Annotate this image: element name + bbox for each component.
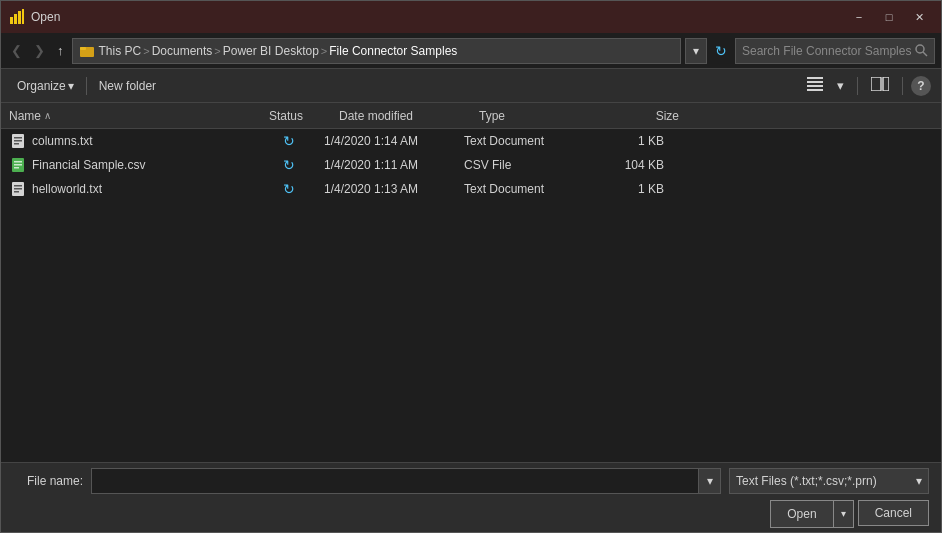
title-bar-left: Open — [9, 9, 60, 25]
table-row[interactable]: helloworld.txt ↻ 1/4/2020 1:13 AM Text D… — [1, 177, 941, 201]
file-status-cell: ↻ — [254, 157, 324, 173]
file-name: Financial Sample.csv — [32, 158, 145, 172]
maximize-button[interactable]: □ — [875, 5, 903, 29]
svg-rect-8 — [807, 77, 823, 79]
svg-rect-16 — [14, 140, 22, 142]
view-dropdown-button[interactable]: ▾ — [832, 75, 849, 96]
refresh-button[interactable]: ↻ — [711, 41, 731, 61]
search-input[interactable] — [742, 44, 911, 58]
file-type-cell: Text Document — [464, 182, 594, 196]
svg-rect-2 — [18, 11, 21, 24]
column-type[interactable]: Type — [479, 109, 609, 123]
minimize-button[interactable]: − — [845, 5, 873, 29]
open-dialog: Open − □ ✕ ❮ ❯ ↑ This PC > Documents > P… — [0, 0, 942, 533]
cancel-button[interactable]: Cancel — [858, 500, 929, 526]
search-bar — [735, 38, 935, 64]
table-row[interactable]: columns.txt ↻ 1/4/2020 1:14 AM Text Docu… — [1, 129, 941, 153]
file-area: Name ∧ Status Date modified Type Size — [1, 103, 941, 462]
file-status-cell: ↻ — [254, 181, 324, 197]
svg-rect-11 — [807, 89, 823, 91]
column-size[interactable]: Size — [609, 109, 679, 123]
file-name: helloworld.txt — [32, 182, 102, 196]
svg-rect-12 — [871, 77, 881, 91]
preview-icon — [871, 77, 889, 91]
file-date-cell: 1/4/2020 1:14 AM — [324, 134, 464, 148]
file-icon — [10, 133, 26, 149]
column-name[interactable]: Name ∧ — [9, 109, 269, 123]
table-row[interactable]: Financial Sample.csv ↻ 1/4/2020 1:11 AM … — [1, 153, 941, 177]
title-bar: Open − □ ✕ — [1, 1, 941, 33]
file-status-cell: ↻ — [254, 133, 324, 149]
filename-input[interactable] — [92, 474, 698, 488]
file-date-cell: 1/4/2020 1:13 AM — [324, 182, 464, 196]
filetype-select[interactable]: Text Files (*.txt;*.csv;*.prn) ▾ — [729, 468, 929, 494]
sync-icon: ↻ — [283, 157, 295, 173]
txt-icon — [10, 133, 26, 149]
svg-rect-23 — [14, 185, 22, 187]
column-status[interactable]: Status — [269, 109, 339, 123]
sync-icon: ↻ — [283, 133, 295, 149]
file-type-cell: Text Document — [464, 134, 594, 148]
filename-label: File name: — [13, 474, 83, 488]
svg-rect-10 — [807, 85, 823, 87]
open-button[interactable]: Open — [771, 501, 832, 527]
file-name-cell: Financial Sample.csv — [10, 157, 254, 173]
file-date-cell: 1/4/2020 1:11 AM — [324, 158, 464, 172]
file-icon — [10, 157, 26, 173]
csv-icon — [10, 157, 26, 173]
svg-rect-24 — [14, 188, 22, 190]
forward-button[interactable]: ❯ — [30, 41, 49, 60]
up-button[interactable]: ↑ — [53, 41, 68, 60]
file-name-cell: columns.txt — [10, 133, 254, 149]
txt-icon — [10, 181, 26, 197]
address-dropdown-button[interactable]: ▾ — [685, 38, 707, 64]
filename-dropdown-button[interactable]: ▾ — [698, 469, 720, 493]
filename-row: File name: ▾ Text Files (*.txt;*.csv;*.p… — [13, 468, 929, 494]
svg-rect-0 — [10, 17, 13, 24]
filename-input-wrap: ▾ — [91, 468, 721, 494]
svg-rect-3 — [22, 9, 24, 24]
file-name-cell: helloworld.txt — [10, 181, 254, 197]
close-button[interactable]: ✕ — [905, 5, 933, 29]
new-folder-button[interactable]: New folder — [93, 76, 162, 96]
svg-rect-20 — [14, 164, 22, 166]
breadcrumb[interactable]: This PC > Documents > Power BI Desktop >… — [72, 38, 682, 64]
file-list: columns.txt ↻ 1/4/2020 1:14 AM Text Docu… — [1, 129, 941, 201]
file-size-cell: 1 KB — [594, 134, 664, 148]
view-details-button[interactable] — [802, 74, 828, 97]
toolbar-right: ▾ ? — [802, 74, 931, 97]
breadcrumb-thispc[interactable]: This PC — [99, 44, 142, 58]
title-bar-controls: − □ ✕ — [845, 5, 933, 29]
svg-rect-5 — [80, 47, 86, 50]
svg-line-7 — [923, 52, 927, 56]
breadcrumb-powerbi[interactable]: Power BI Desktop — [223, 44, 319, 58]
toolbar-separator — [86, 77, 87, 95]
open-split-button[interactable]: ▾ — [833, 501, 853, 527]
help-button[interactable]: ? — [911, 76, 931, 96]
preview-pane-button[interactable] — [866, 74, 894, 97]
file-size-cell: 104 KB — [594, 158, 664, 172]
svg-point-6 — [916, 45, 924, 53]
svg-rect-17 — [14, 143, 19, 145]
toolbar-sep3 — [902, 77, 903, 95]
svg-rect-1 — [14, 14, 17, 24]
svg-rect-19 — [14, 161, 22, 163]
breadcrumb-current[interactable]: File Connector Samples — [329, 44, 457, 58]
sort-arrow: ∧ — [44, 110, 51, 121]
open-button-group: Open ▾ — [770, 500, 853, 528]
back-button[interactable]: ❮ — [7, 41, 26, 60]
svg-rect-21 — [14, 167, 19, 169]
column-date[interactable]: Date modified — [339, 109, 479, 123]
dialog-title: Open — [31, 10, 60, 24]
toolbar: Organize ▾ New folder ▾ — [1, 69, 941, 103]
breadcrumb-documents[interactable]: Documents — [152, 44, 213, 58]
bottom-bar: File name: ▾ Text Files (*.txt;*.csv;*.p… — [1, 462, 941, 532]
view-details-icon — [807, 77, 823, 91]
folder-icon — [79, 43, 95, 59]
file-icon — [10, 181, 26, 197]
toolbar-sep2 — [857, 77, 858, 95]
sync-icon: ↻ — [283, 181, 295, 197]
svg-rect-15 — [14, 137, 22, 139]
organize-button[interactable]: Organize ▾ — [11, 76, 80, 96]
powerbi-icon — [9, 9, 25, 25]
